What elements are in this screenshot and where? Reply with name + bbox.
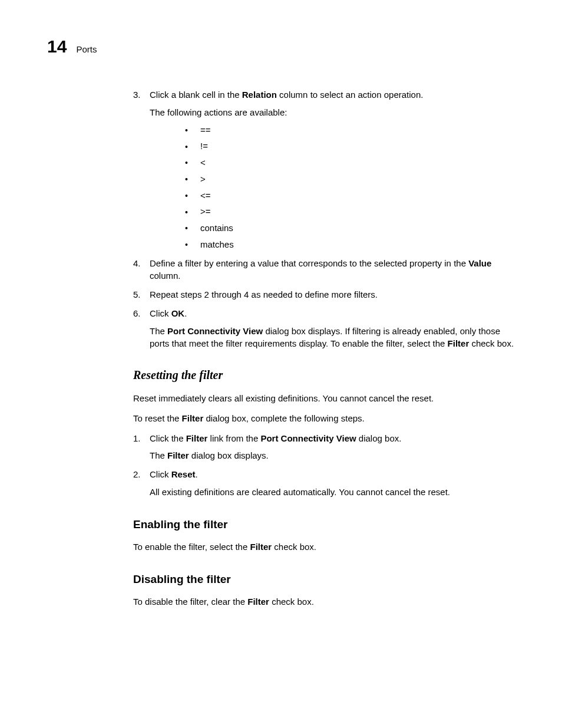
chapter-title: Ports	[76, 44, 97, 54]
step-text: Click the Filter link from the Port Conn…	[150, 433, 401, 443]
paragraph: Reset immediately clears all existing de…	[133, 392, 515, 405]
paragraph: To enable the filter, select the Filter …	[133, 541, 515, 554]
step-5: 5. Repeat steps 2 through 4 as needed to…	[133, 288, 515, 301]
heading-resetting: Resetting the filter	[133, 367, 515, 384]
list-item: matches	[185, 238, 515, 251]
step-number: 2.	[133, 468, 141, 481]
list-item: ==	[185, 124, 515, 137]
page-content: 3. Click a blank cell in the Relation co…	[133, 88, 515, 608]
heading-enabling: Enabling the filter	[133, 516, 515, 533]
step-number: 4.	[133, 257, 141, 270]
step-6: 6. Click OK. The Port Connectivity View …	[133, 307, 515, 350]
page-header: 14 Ports	[47, 38, 515, 55]
step-3: 3. Click a blank cell in the Relation co…	[133, 88, 515, 251]
chapter-number: 14	[47, 38, 67, 55]
step-text: Click Reset.	[150, 469, 198, 479]
step-subtext: The following actions are available:	[150, 106, 515, 119]
list-item: <=	[185, 189, 515, 202]
step-subtext: The Port Connectivity View dialog box di…	[150, 325, 515, 351]
list-item: contains	[185, 222, 515, 235]
reset-step-2: 2. Click Reset. All existing definitions…	[133, 468, 515, 499]
heading-disabling: Disabling the filter	[133, 571, 515, 588]
step-number: 1.	[133, 432, 141, 445]
list-item: >=	[185, 205, 515, 218]
step-number: 5.	[133, 288, 141, 301]
step-4: 4. Define a filter by entering a value t…	[133, 257, 515, 283]
step-text: Click a blank cell in the Relation colum…	[150, 90, 423, 100]
operator-list: == != < > <= >= contains matches	[185, 124, 515, 251]
step-text: Repeat steps 2 through 4 as needed to de…	[150, 289, 378, 299]
step-number: 6.	[133, 307, 141, 320]
list-item: <	[185, 156, 515, 169]
paragraph: To reset the Filter dialog box, complete…	[133, 412, 515, 425]
step-text: Click OK.	[150, 308, 187, 318]
list-item: !=	[185, 140, 515, 153]
step-text: Define a filter by entering a value that…	[150, 258, 491, 281]
step-subtext: All existing definitions are cleared aut…	[150, 486, 515, 499]
paragraph: To disable the filter, clear the Filter …	[133, 595, 515, 608]
reset-step-1: 1. Click the Filter link from the Port C…	[133, 432, 515, 463]
step-subtext: The Filter dialog box displays.	[150, 449, 515, 462]
step-number: 3.	[133, 88, 141, 101]
list-item: >	[185, 173, 515, 186]
